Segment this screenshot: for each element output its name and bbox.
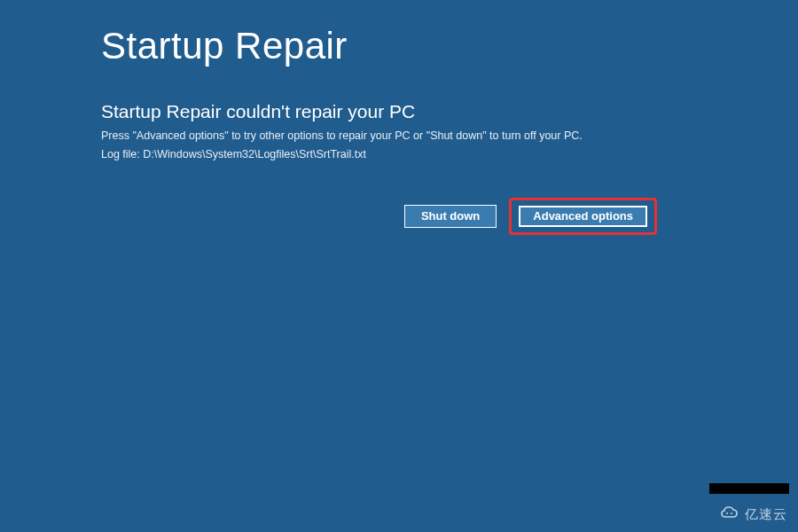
status-subheading: Startup Repair couldn't repair your PC [101, 101, 798, 122]
watermark-text: 亿速云 [745, 506, 787, 523]
black-strip [709, 483, 789, 494]
logfile-path: Log file: D:\Windows\System32\Logfiles\S… [101, 148, 798, 160]
advanced-options-button[interactable]: Advanced options [519, 206, 647, 227]
watermark: 亿速云 [720, 505, 787, 523]
main-content: Startup Repair Startup Repair couldn't r… [0, 0, 798, 235]
svg-point-0 [726, 512, 728, 514]
button-row: Shut down Advanced options [101, 198, 657, 235]
shut-down-button[interactable]: Shut down [404, 205, 497, 228]
svg-point-1 [731, 512, 732, 514]
highlight-frame: Advanced options [509, 198, 657, 235]
cloud-icon [720, 505, 739, 523]
page-title: Startup Repair [101, 25, 798, 67]
instruction-text: Press "Advanced options" to try other op… [101, 128, 798, 145]
